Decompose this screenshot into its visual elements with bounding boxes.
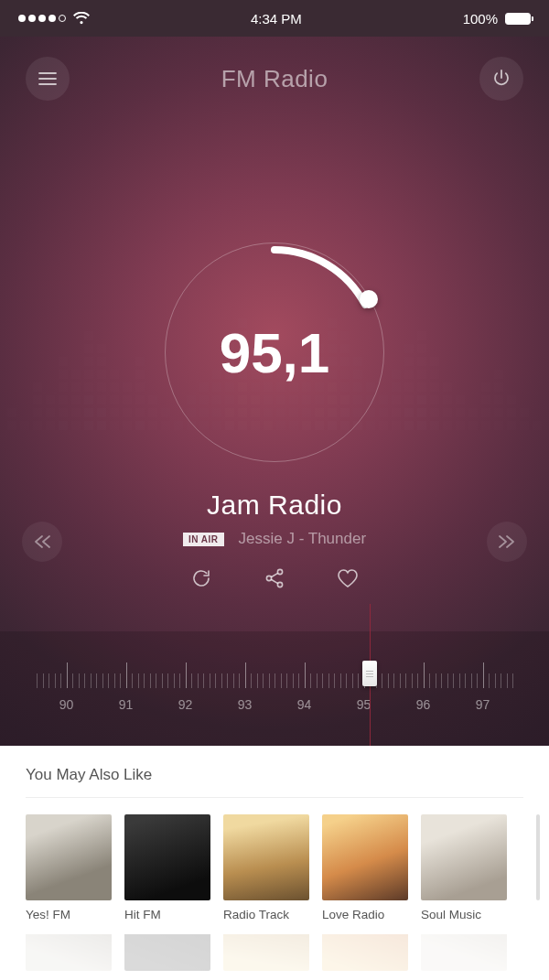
station-name: Jam Radio — [0, 490, 549, 521]
svg-point-0 — [266, 576, 271, 580]
signal-icon — [18, 15, 66, 22]
menu-button[interactable] — [26, 57, 70, 101]
app-header: FM Radio — [0, 37, 549, 101]
status-left — [18, 12, 90, 25]
scale-label: 95 — [357, 697, 371, 712]
recommendations-scrollbar[interactable] — [536, 814, 540, 900]
rec-name: Yes! FM — [26, 908, 112, 921]
recommendations-title: You May Also Like — [26, 766, 523, 798]
share-button[interactable] — [264, 567, 285, 589]
heart-icon — [337, 568, 359, 588]
rec-thumb — [223, 814, 309, 900]
forward-icon — [499, 535, 515, 548]
scale-label: 91 — [119, 697, 134, 712]
rec-thumb — [322, 814, 408, 900]
in-air-badge: IN AIR — [183, 533, 224, 546]
now-playing: Jam Radio IN AIR Jessie J - Thunder — [0, 490, 549, 548]
recommendations-panel: You May Also Like Yes! FM Hit FM Radio T… — [0, 746, 549, 980]
rec-name: Love Radio — [322, 908, 408, 921]
track-name: Jessie J - Thunder — [239, 530, 367, 548]
recommendations-row: Yes! FM Hit FM Radio Track Love Radio So… — [26, 814, 523, 921]
rec-thumb — [26, 814, 112, 900]
status-bar: 4:34 PM 100% — [0, 0, 549, 37]
refresh-button[interactable] — [190, 567, 212, 589]
recommendations-reflection — [26, 934, 523, 971]
refresh-icon — [190, 567, 212, 589]
power-icon — [492, 70, 511, 88]
power-button[interactable] — [479, 57, 523, 101]
menu-icon — [38, 72, 57, 85]
scale-label: 96 — [416, 697, 431, 712]
scale-label: 94 — [297, 697, 312, 712]
tuner-dial[interactable]: 95,1 — [165, 242, 384, 462]
rewind-icon — [34, 535, 50, 548]
svg-point-2 — [277, 582, 282, 587]
tuner-thumb[interactable] — [362, 661, 377, 686]
rec-thumb — [421, 814, 507, 900]
scale-label: 93 — [238, 697, 253, 712]
rec-item[interactable]: Love Radio — [322, 814, 408, 921]
rec-thumb — [124, 814, 210, 900]
next-button[interactable] — [487, 522, 527, 562]
favorite-button[interactable] — [337, 568, 359, 588]
scale-label: 90 — [59, 697, 74, 712]
scale-label: 92 — [178, 697, 193, 712]
prev-button[interactable] — [22, 522, 62, 562]
status-time: 4:34 PM — [251, 11, 302, 27]
wifi-icon — [73, 12, 90, 25]
app-title: FM Radio — [221, 65, 328, 93]
rec-name: Radio Track — [223, 908, 309, 921]
frequency-value: 95,1 — [165, 242, 384, 462]
frequency-ruler[interactable]: 9091929394959697 — [0, 631, 549, 746]
radio-panel: FM Radio 95,1 Jam Radio IN AIR Jessie J … — [0, 37, 549, 746]
rec-item[interactable]: Yes! FM — [26, 814, 112, 921]
status-right: 100% — [463, 11, 531, 27]
action-row — [0, 567, 549, 589]
rec-item[interactable]: Hit FM — [124, 814, 210, 921]
svg-point-1 — [277, 569, 282, 574]
rec-name: Hit FM — [124, 908, 210, 921]
scale-label: 97 — [476, 697, 490, 712]
battery-percent: 100% — [463, 11, 498, 27]
rec-item[interactable]: Radio Track — [223, 814, 309, 921]
battery-icon — [505, 13, 531, 25]
rec-item[interactable]: Soul Music — [421, 814, 507, 921]
share-icon — [264, 567, 285, 589]
rec-name: Soul Music — [421, 908, 507, 921]
